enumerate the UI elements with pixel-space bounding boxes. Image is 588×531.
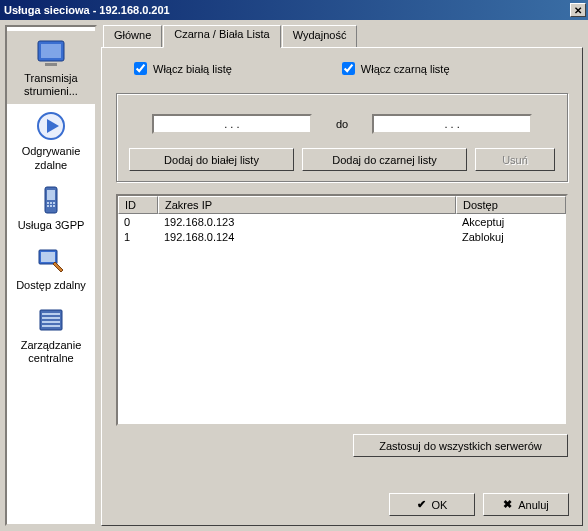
cancel-button[interactable]: ✖ Anuluj [483,493,569,516]
svg-rect-1 [41,44,61,58]
ip-range-group: . . . do . . . Dodaj do białej listy Dod… [116,93,568,182]
sidebar-item-3gpp[interactable]: Usługa 3GPP [7,178,95,238]
svg-rect-2 [45,63,57,66]
ip-range-separator: do [336,118,348,130]
column-ip-range[interactable]: Zakres IP [158,196,456,214]
enable-black-list-checkbox[interactable]: Włącz czarną listę [342,62,450,75]
main-panel: Główne Czarna / Biała Lista Wydajność Wł… [101,25,583,526]
black-list-checkbox-input[interactable] [342,62,355,75]
cell-access: Akceptuj [456,214,566,229]
play-icon [35,110,67,142]
server-icon [35,304,67,336]
white-list-checkbox-input[interactable] [134,62,147,75]
svg-rect-19 [42,325,60,327]
ok-button[interactable]: ✔ OK [389,493,475,516]
svg-rect-9 [53,202,55,204]
svg-rect-10 [47,205,49,207]
sidebar-item-label: Transmisja strumieni... [9,72,93,98]
window-title: Usługa sieciowa - 192.168.0.201 [4,4,170,16]
tab-black-white-list[interactable]: Czarna / Biała Lista [163,25,280,48]
svg-rect-16 [42,313,60,315]
svg-rect-14 [41,252,55,262]
tab-content: Włącz białą listę Włącz czarną listę . .… [101,47,583,526]
delete-button: Usuń [475,148,555,171]
sidebar-item-remote-access[interactable]: Dostęp zdalny [7,238,95,298]
enable-white-list-checkbox[interactable]: Włącz białą listę [134,62,232,75]
title-bar: Usługa sieciowa - 192.168.0.201 ✕ [0,0,588,20]
svg-rect-6 [47,190,55,200]
cell-id: 1 [118,229,158,244]
check-icon: ✔ [417,498,426,511]
tab-strip: Główne Czarna / Biała Lista Wydajność [103,25,583,47]
sidebar-item-remote-playback[interactable]: Odgrywanie zdalne [7,104,95,177]
column-access[interactable]: Dostęp [456,196,566,214]
tab-main[interactable]: Główne [103,25,162,47]
add-to-white-list-button[interactable]: Dodaj do białej listy [129,148,294,171]
svg-rect-18 [42,321,60,323]
cell-access: Zablokuj [456,229,566,244]
close-button[interactable]: ✕ [570,3,586,17]
x-icon: ✖ [503,498,512,511]
sidebar-item-label: Zarządzanie centralne [9,339,93,365]
apply-to-all-servers-button[interactable]: Zastosuj do wszystkich serwerów [353,434,568,457]
svg-rect-7 [47,202,49,204]
cell-ip: 192.168.0.123 [158,214,456,229]
svg-rect-12 [53,205,55,207]
tab-performance[interactable]: Wydajność [282,25,358,47]
close-icon: ✕ [574,5,582,16]
sidebar-item-label: Usługa 3GPP [18,219,85,232]
ip-list-table[interactable]: ID Zakres IP Dostęp 0 192.168.0.123 Akce… [116,194,568,426]
monitor-icon [35,37,67,69]
cell-ip: 192.168.0.124 [158,229,456,244]
table-row[interactable]: 1 192.168.0.124 Zablokuj [118,229,566,244]
black-list-checkbox-label: Włącz czarną listę [361,63,450,75]
add-to-black-list-button[interactable]: Dodaj do czarnej listy [302,148,467,171]
list-header: ID Zakres IP Dostęp [118,196,566,214]
svg-rect-17 [42,317,60,319]
sidebar-item-central-management[interactable]: Zarządzanie centralne [7,298,95,371]
phone-icon [35,184,67,216]
white-list-checkbox-label: Włącz białą listę [153,63,232,75]
ip-to-field[interactable]: . . . [372,114,532,134]
sidebar-item-label: Odgrywanie zdalne [9,145,93,171]
svg-rect-11 [50,205,52,207]
dialog-buttons: ✔ OK ✖ Anuluj [389,493,569,516]
column-id[interactable]: ID [118,196,158,214]
table-row[interactable]: 0 192.168.0.123 Akceptuj [118,214,566,229]
remote-access-icon [35,244,67,276]
sidebar: Transmisja strumieni... Odgrywanie zdaln… [5,25,97,526]
sidebar-item-streaming[interactable]: Transmisja strumieni... [7,31,95,104]
sidebar-item-label: Dostęp zdalny [16,279,86,292]
svg-rect-8 [50,202,52,204]
cell-id: 0 [118,214,158,229]
ip-from-field[interactable]: . . . [152,114,312,134]
